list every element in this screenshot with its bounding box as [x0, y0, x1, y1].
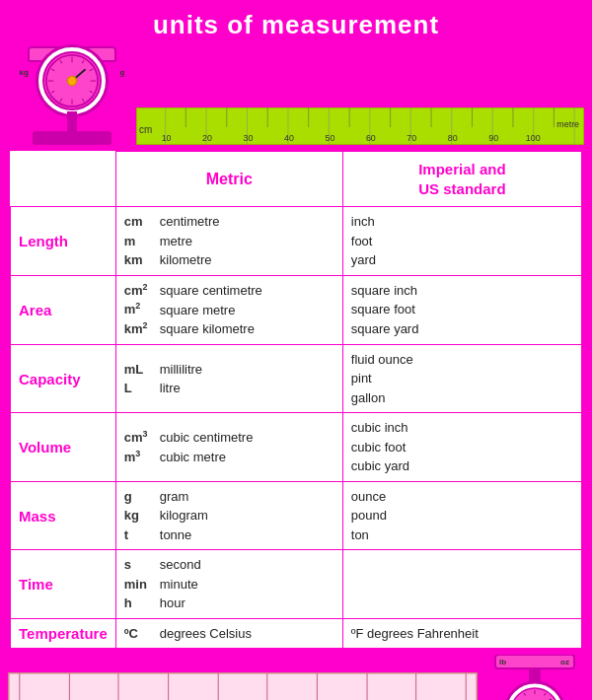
metric-name: gram	[160, 487, 189, 507]
scale-g-label: g	[120, 68, 125, 77]
metric-entry: kgkilogram	[124, 506, 334, 525]
table-row: Volumecm3cubic centimetrem3cubic metrecu…	[11, 413, 582, 482]
row-imperial-cell: square inchsquare footsquare yard	[342, 275, 581, 344]
metric-abbr: cm3	[124, 428, 160, 448]
row-metric-cell: mLmillilitreLlitre	[115, 344, 342, 413]
row-metric-cell: ggramkgkilogramttonne	[115, 481, 342, 550]
svg-text:30: 30	[244, 133, 254, 143]
scale-base	[33, 131, 111, 145]
svg-text:70: 70	[407, 133, 416, 143]
metric-entry: km2square kilometre	[124, 319, 334, 339]
page-title: units of measurement	[8, 10, 584, 40]
metric-name: degrees Celsius	[160, 624, 252, 644]
metric-abbr: ºC	[124, 624, 160, 644]
svg-text:metre: metre	[556, 119, 579, 129]
svg-text:100: 100	[526, 133, 541, 143]
metric-abbr: min	[124, 575, 160, 595]
main-table: Metric Imperial andUS standard Lengthcmc…	[8, 149, 584, 651]
row-metric-cell: ºCdegrees Celsius	[115, 618, 342, 649]
metric-abbr: km2	[124, 319, 160, 339]
metric-name: millilitre	[160, 360, 202, 380]
metric-abbr: s	[124, 555, 160, 575]
metric-name: square centimetre	[160, 281, 262, 301]
svg-text:90: 90	[488, 133, 498, 143]
metric-abbr: cm	[124, 212, 160, 232]
measurement-table: Metric Imperial andUS standard Lengthcmc…	[10, 151, 582, 649]
metric-name: metre	[160, 232, 192, 251]
svg-text:50: 50	[325, 133, 334, 143]
row-category-label: Volume	[11, 413, 116, 482]
row-imperial-cell: fluid ouncepintgallon	[342, 344, 581, 413]
metric-abbr: cm2	[124, 281, 160, 301]
svg-text:60: 60	[366, 133, 376, 143]
row-imperial-cell: ºF degrees Fahrenheit	[342, 618, 581, 649]
top-section: kg g cm	[8, 46, 584, 145]
metric-abbr: m3	[124, 448, 160, 467]
svg-rect-49	[9, 673, 477, 700]
metric-name: minute	[160, 575, 198, 595]
metric-entry: kmkilometre	[124, 250, 334, 270]
svg-point-14	[67, 76, 76, 85]
metric-entry: ssecond	[124, 555, 334, 575]
metric-abbr: mL	[124, 360, 160, 380]
top-ruler-wrapper: cm	[136, 107, 584, 145]
imperial-entry: pint	[351, 369, 573, 388]
metric-entry: cm3cubic centimetre	[124, 428, 334, 448]
imperial-entry: square yard	[351, 319, 573, 339]
metric-entry: ºCdegrees Celsius	[124, 624, 334, 644]
header-category-col	[11, 152, 116, 207]
table-header-row: Metric Imperial andUS standard	[11, 152, 582, 207]
imperial-entry: ºF degrees Fahrenheit	[351, 624, 573, 644]
metric-entry: Llitre	[124, 379, 334, 398]
table-row: Massggramkgkilogramttonneouncepoundton	[11, 481, 582, 550]
metric-entry: ggram	[124, 487, 334, 507]
title-bar: units of measurement	[8, 6, 584, 46]
metric-abbr: km	[124, 250, 160, 270]
imperial-entry: cubic foot	[351, 438, 573, 457]
bottom-section: 0 feet 1 2 3	[8, 655, 584, 700]
row-imperial-cell: cubic inchcubic footcubic yard	[342, 413, 581, 482]
svg-text:80: 80	[448, 133, 458, 143]
header-imperial-col: Imperial andUS standard	[342, 152, 581, 207]
metric-entry: minminute	[124, 575, 334, 595]
row-imperial-cell: ouncepoundton	[342, 481, 581, 550]
metric-abbr: t	[124, 525, 160, 545]
imperial-entry: ounce	[351, 487, 573, 507]
metric-name: kilogram	[160, 506, 208, 525]
table-row: Timessecondminminutehhour	[11, 550, 582, 619]
imperial-entry: pound	[351, 506, 573, 525]
page-wrapper: units of measurement	[0, 0, 592, 700]
metric-abbr: m	[124, 232, 160, 251]
header-imperial-label: Imperial andUS standard	[418, 161, 505, 197]
imperial-entry: yard	[351, 250, 573, 270]
metric-entry: mLmillilitre	[124, 360, 334, 380]
svg-text:oz: oz	[560, 658, 569, 666]
row-metric-cell: ssecondminminutehhour	[115, 550, 342, 619]
metric-name: hour	[160, 594, 185, 613]
table-row: CapacitymLmillilitreLlitrefluid ouncepin…	[11, 344, 582, 413]
table-row: Areacm2square centimetrem2square metrekm…	[11, 275, 582, 344]
row-metric-cell: cmcentimetremmetrekmkilometre	[115, 207, 342, 276]
metric-entry: cm2square centimetre	[124, 281, 334, 301]
svg-text:20: 20	[202, 133, 212, 143]
scale-dial-svg	[44, 51, 100, 110]
bottom-ruler-wrapper: 0 feet 1 2 3	[8, 672, 478, 700]
svg-text:cm: cm	[139, 124, 152, 135]
metric-entry: m2square metre	[124, 300, 334, 319]
row-category-label: Time	[11, 550, 116, 619]
table-body: Lengthcmcentimetremmetrekmkilometreinchf…	[11, 207, 582, 649]
row-category-label: Length	[11, 207, 116, 276]
imperial-entry: cubic inch	[351, 418, 573, 438]
metric-name: litre	[160, 379, 181, 398]
row-imperial-cell	[342, 550, 581, 619]
metric-name: square kilometre	[160, 319, 255, 339]
table-row: TemperatureºCdegrees CelsiusºF degrees F…	[11, 618, 582, 649]
metric-entry: ttonne	[124, 525, 334, 545]
imperial-entry: fluid ounce	[351, 350, 573, 370]
imperial-entry: cubic yard	[351, 456, 573, 476]
metric-name: cubic metre	[160, 448, 226, 467]
imperial-entry: foot	[351, 232, 573, 251]
metric-name: square metre	[160, 301, 236, 320]
header-metric-label: Metric	[206, 171, 253, 187]
scale-left-area: kg g	[8, 46, 136, 145]
